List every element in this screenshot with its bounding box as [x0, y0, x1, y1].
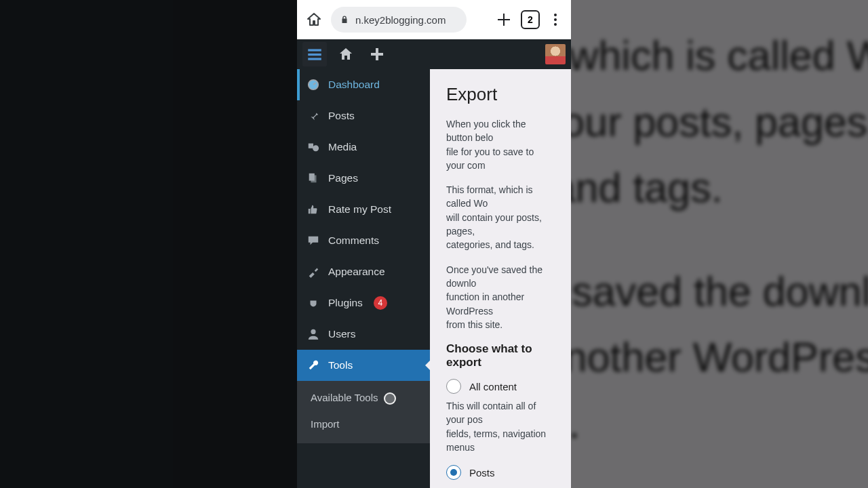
home-button[interactable] — [304, 9, 324, 30]
site-home-button[interactable] — [334, 42, 358, 66]
sidebar-item-rate-my-post[interactable]: Rate my Post — [297, 194, 430, 225]
hamburger-menu-button[interactable] — [302, 42, 327, 66]
page-title: Export — [446, 84, 555, 105]
radio-icon — [446, 465, 461, 480]
sidebar-item-label: Plugins — [328, 297, 363, 309]
choose-heading: Choose what to export — [446, 342, 555, 369]
sidebar-item-users[interactable]: Users — [297, 319, 430, 350]
admin-sidebar: Dashboard Posts Media Pages Rate my Post… — [297, 69, 430, 488]
sidebar-item-comments[interactable]: Comments — [297, 225, 430, 256]
sidebar-item-label: Dashboard — [328, 79, 380, 91]
svg-rect-6 — [309, 144, 313, 148]
radio-label: Posts — [469, 467, 495, 479]
export-intro-3: Once you've saved the downlofunction in … — [446, 263, 555, 331]
sidebar-item-media[interactable]: Media — [297, 131, 430, 163]
svg-rect-9 — [311, 176, 316, 183]
radio-icon — [446, 379, 461, 394]
dashboard-icon — [307, 78, 320, 92]
sidebar-item-label: Users — [328, 328, 355, 340]
browser-menu-button[interactable] — [547, 11, 564, 28]
new-tab-button[interactable] — [494, 9, 514, 30]
export-page: Export When you click the button belofil… — [430, 69, 571, 488]
svg-rect-4 — [308, 58, 321, 60]
sidebar-item-pages[interactable]: Pages — [297, 163, 430, 194]
submenu-available-tools[interactable]: Available Tools — [297, 385, 430, 411]
user-icon — [307, 327, 320, 341]
update-badge: 4 — [374, 296, 387, 310]
url-text: n.key2blogging.com — [355, 14, 446, 26]
sidebar-item-tools[interactable]: Tools — [297, 350, 430, 381]
sidebar-item-label: Pages — [328, 172, 358, 184]
lock-icon — [339, 14, 350, 25]
media-icon — [307, 140, 320, 154]
export-intro-1: When you click the button belofile for y… — [446, 117, 555, 172]
sidebar-item-posts[interactable]: Posts — [297, 100, 430, 131]
sidebar-item-appearance[interactable]: Appearance — [297, 256, 430, 287]
tab-switcher[interactable]: 2 — [521, 10, 540, 29]
submenu-import[interactable]: Import — [297, 411, 430, 436]
svg-point-10 — [311, 329, 315, 334]
phone-frame: n.key2blogging.com 2 Dashboard — [297, 0, 571, 488]
export-option-posts[interactable]: Posts — [446, 465, 555, 480]
bg-right: you to save to your com rmat, which is c… — [571, 0, 868, 488]
sidebar-item-label: Appearance — [328, 266, 385, 278]
sidebar-item-label: Tools — [328, 359, 353, 371]
plug-icon — [307, 296, 320, 310]
tools-submenu: Available Tools Import — [297, 381, 430, 443]
brush-icon — [307, 265, 320, 279]
pin-icon — [307, 109, 320, 123]
svg-rect-2 — [308, 49, 321, 51]
user-avatar[interactable] — [545, 44, 566, 64]
touch-cursor-icon — [384, 392, 396, 405]
address-bar[interactable]: n.key2blogging.com — [331, 7, 467, 33]
sidebar-item-label: Comments — [328, 235, 379, 247]
thumb-icon — [307, 203, 320, 216]
export-intro-2: This format, which is called Wowill cont… — [446, 183, 555, 251]
sidebar-item-label: Rate my Post — [328, 203, 391, 216]
sidebar-item-plugins[interactable]: Plugins 4 — [297, 287, 430, 319]
sidebar-item-dashboard[interactable]: Dashboard — [297, 69, 430, 100]
sidebar-item-label: Posts — [328, 110, 355, 122]
wrench-icon — [307, 359, 320, 372]
comments-icon — [307, 234, 320, 247]
all-content-desc: This will contain all of your posfields,… — [446, 399, 555, 454]
pages-icon — [307, 171, 320, 185]
wp-admin-bar — [297, 39, 571, 69]
bg-left: Media Pages Rate my Post Comments Appear… — [0, 0, 297, 488]
export-option-all[interactable]: All content — [446, 379, 555, 394]
sidebar-item-label: Media — [328, 141, 357, 153]
new-content-button[interactable] — [365, 42, 389, 66]
browser-chrome: n.key2blogging.com 2 — [297, 0, 571, 39]
svg-rect-3 — [308, 54, 321, 56]
radio-label: All content — [469, 381, 517, 392]
